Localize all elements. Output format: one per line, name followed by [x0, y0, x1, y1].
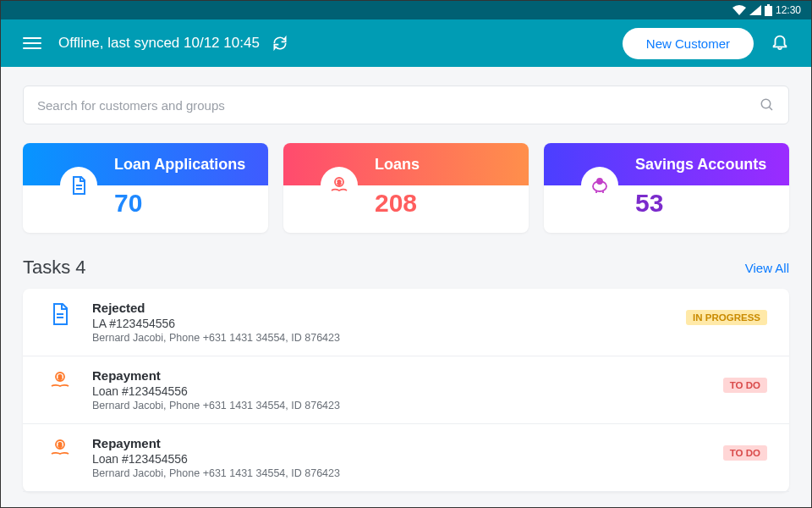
status-time: 12:30	[776, 4, 801, 16]
piggy-bank-icon: $	[581, 167, 618, 204]
task-detail: Bernard Jacobi, Phone +631 1431 34554, I…	[92, 332, 669, 344]
task-row[interactable]: $ Repayment Loan #123454556 Bernard Jaco…	[23, 424, 789, 492]
tasks-heading: Tasks 4	[23, 257, 86, 279]
app-bar: Offline, last synced 10/12 10:45 New Cus…	[1, 19, 811, 67]
svg-rect-0	[765, 6, 772, 16]
svg-text:$: $	[58, 442, 62, 448]
task-detail: Bernard Jacobi, Phone +631 1431 34554, I…	[92, 400, 706, 411]
search-icon	[760, 97, 775, 113]
card-title: Loan Applications	[114, 156, 245, 174]
status-badge: TO DO	[723, 445, 767, 461]
status-badge: TO DO	[723, 378, 767, 393]
svg-line-3	[769, 107, 772, 110]
search-input[interactable]	[37, 98, 751, 113]
money-hand-icon: $	[45, 436, 75, 460]
task-detail: Bernard Jacobi, Phone +631 1431 34554, I…	[92, 467, 706, 479]
svg-text:$: $	[337, 179, 341, 186]
svg-text:$: $	[58, 374, 62, 380]
task-row[interactable]: $ Repayment Loan #123454556 Bernard Jaco…	[23, 356, 789, 424]
signal-icon	[749, 5, 761, 15]
task-sub: Loan #123454556	[92, 452, 706, 466]
svg-text:$: $	[599, 179, 601, 184]
card-count: 70	[114, 189, 142, 218]
task-sub: LA #123454556	[92, 317, 669, 330]
document-icon	[60, 167, 97, 204]
money-hand-icon: $	[321, 167, 358, 204]
menu-icon[interactable]	[18, 29, 47, 58]
card-savings-accounts[interactable]: Savings Accounts $ 53	[544, 143, 789, 233]
task-title: Rejected	[92, 301, 669, 315]
money-hand-icon: $	[45, 368, 75, 392]
notifications-icon[interactable]	[765, 27, 794, 59]
sync-status-text: Offline, last synced 10/12 10:45	[58, 35, 260, 52]
search-box[interactable]	[23, 86, 789, 124]
task-title: Repayment	[92, 368, 706, 383]
task-row[interactable]: Rejected LA #123454556 Bernard Jacobi, P…	[23, 289, 789, 356]
task-sub: Loan #123454556	[92, 384, 706, 398]
card-count: 208	[375, 189, 417, 218]
task-list: Rejected LA #123454556 Bernard Jacobi, P…	[23, 289, 789, 492]
view-all-link[interactable]: View All	[745, 261, 789, 275]
battery-icon	[765, 4, 772, 16]
card-loans[interactable]: Loans $ 208	[283, 143, 529, 233]
card-title: Loans	[375, 156, 420, 174]
svg-rect-1	[767, 4, 770, 6]
card-loan-applications[interactable]: Loan Applications 70	[23, 143, 268, 233]
new-customer-button[interactable]: New Customer	[623, 28, 754, 59]
svg-point-2	[761, 99, 771, 108]
status-badge: IN PROGRESS	[686, 310, 767, 325]
document-icon	[45, 301, 75, 326]
wifi-icon	[732, 5, 746, 15]
sync-icon[interactable]	[272, 35, 288, 52]
android-status-bar: 12:30	[1, 1, 811, 19]
task-title: Repayment	[92, 436, 706, 450]
card-count: 53	[635, 189, 663, 218]
card-title: Savings Accounts	[635, 156, 766, 174]
